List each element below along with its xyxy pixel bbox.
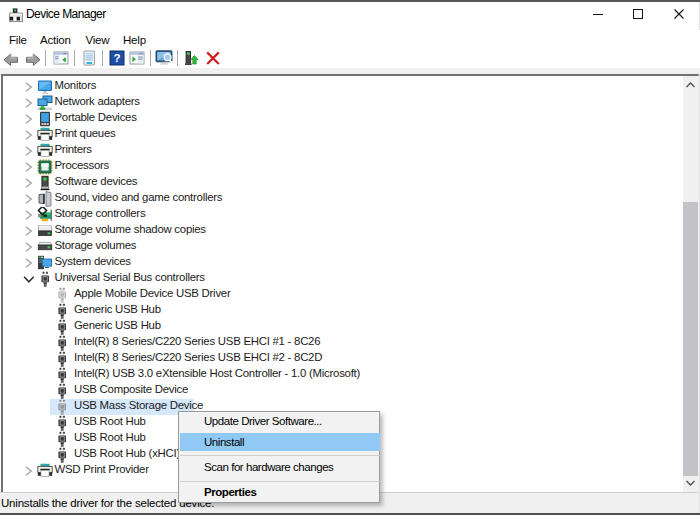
svg-text:?: ? xyxy=(113,52,120,64)
